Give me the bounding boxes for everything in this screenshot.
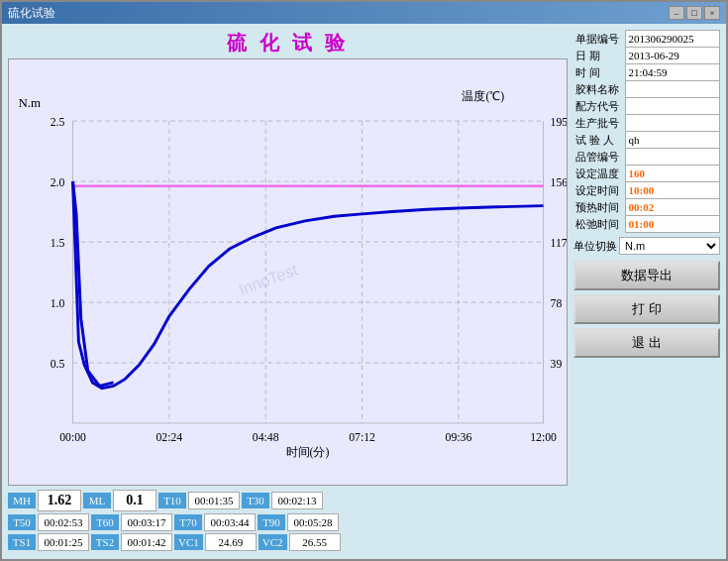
stats-row-3: TS1 00:01:25 TS2 00:01:42 VC1 24.69 VC2 … — [8, 533, 568, 551]
svg-text:1.0: 1.0 — [51, 297, 65, 310]
vc2-value: 26.55 — [289, 533, 341, 551]
svg-text:195: 195 — [551, 116, 567, 129]
t60-cell: T60 00:03:17 — [91, 513, 172, 531]
close-button[interactable]: × — [704, 6, 720, 20]
time-label: 时 间 — [573, 64, 625, 81]
t30-cell: T30 00:02:13 — [242, 490, 323, 511]
mh-cell: MH 1.62 — [8, 490, 81, 511]
t10-value: 00:01:35 — [188, 492, 240, 509]
t50-cell: T50 00:02:53 — [8, 513, 89, 531]
tube-value[interactable] — [625, 149, 720, 166]
svg-text:04:48: 04:48 — [253, 431, 279, 444]
vc1-label: VC1 — [174, 534, 203, 550]
tester-value[interactable]: qh — [625, 132, 720, 149]
unit-row: 单位切换 N.m kgf·cm lbf·in — [573, 237, 720, 255]
ts1-label: TS1 — [8, 534, 36, 550]
tube-row: 品管编号 — [573, 149, 720, 166]
mh-label: MH — [8, 493, 36, 508]
date-value: 2013-06-29 — [625, 48, 720, 64]
preheat-label: 预热时间 — [573, 199, 625, 216]
svg-text:2.0: 2.0 — [51, 176, 65, 189]
t50-label: T50 — [8, 514, 36, 530]
main-content: 硫 化 试 验 N.m 温度(℃) — [2, 24, 726, 559]
svg-text:时间(分): 时间(分) — [286, 446, 330, 459]
relax-row: 松弛时间 01:00 — [573, 216, 720, 233]
mh-value: 1.62 — [38, 490, 81, 511]
ml-cell: ML 0.1 — [83, 490, 156, 511]
time-value: 21:04:59 — [625, 64, 720, 81]
formula-row: 配方代号 — [573, 98, 720, 115]
ml-label: ML — [83, 493, 111, 508]
svg-text:温度(℃): 温度(℃) — [462, 89, 504, 103]
svg-text:12:00: 12:00 — [530, 431, 557, 444]
ts1-value: 00:01:25 — [38, 533, 89, 551]
svg-text:00:00: 00:00 — [59, 431, 86, 444]
stats-row-1: MH 1.62 ML 0.1 T10 00:01:35 T30 00:02:13 — [8, 490, 568, 511]
button-group: 数据导出 打 印 退 出 — [573, 261, 720, 358]
formula-value[interactable] — [625, 98, 720, 115]
t30-label: T30 — [242, 493, 269, 508]
vc2-label: VC2 — [259, 534, 287, 550]
svg-text:07:12: 07:12 — [349, 431, 375, 444]
relax-value[interactable]: 01:00 — [625, 216, 720, 233]
time-row: 时 间 21:04:59 — [573, 64, 720, 81]
time-set-label: 设定时间 — [573, 182, 625, 199]
vc1-cell: VC1 24.69 — [174, 533, 257, 551]
exit-button[interactable]: 退 出 — [573, 328, 720, 358]
t10-cell: T10 00:01:35 — [158, 490, 240, 511]
title-bar: 硫化试验 – □ × — [2, 2, 726, 24]
t30-value: 00:02:13 — [271, 492, 323, 509]
relax-label: 松弛时间 — [573, 216, 625, 233]
preheat-value[interactable]: 00:02 — [625, 199, 720, 216]
vc1-value: 24.69 — [205, 533, 257, 551]
chart-area: 硫 化 试 验 N.m 温度(℃) — [8, 30, 568, 553]
minimize-button[interactable]: – — [669, 6, 684, 20]
t90-cell: T90 00:05:28 — [258, 513, 339, 531]
temp-set-label: 设定温度 — [573, 166, 625, 182]
ts2-label: TS2 — [91, 534, 119, 550]
preheat-row: 预热时间 00:02 — [573, 199, 720, 216]
batch-label: 生产批号 — [573, 115, 625, 132]
tester-row: 试 验 人 qh — [573, 132, 720, 149]
t50-value: 00:02:53 — [38, 513, 89, 531]
print-button[interactable]: 打 印 — [573, 294, 720, 324]
t60-label: T60 — [91, 514, 119, 530]
t70-value: 00:03:44 — [204, 513, 256, 531]
svg-text:02:24: 02:24 — [156, 431, 183, 444]
svg-text:09:36: 09:36 — [446, 431, 472, 444]
stats-row-2: T50 00:02:53 T60 00:03:17 T70 00:03:44 T… — [8, 513, 568, 531]
svg-text:156: 156 — [551, 176, 567, 189]
svg-text:117: 117 — [551, 237, 567, 250]
material-value[interactable] — [625, 81, 720, 98]
t70-label: T70 — [174, 514, 202, 530]
export-button[interactable]: 数据导出 — [573, 261, 720, 290]
chart-title: 硫 化 试 验 — [8, 30, 568, 56]
material-row: 胶料名称 — [573, 81, 720, 98]
order-value: 201306290025 — [625, 31, 720, 48]
ml-value: 0.1 — [113, 490, 156, 511]
ts2-value: 00:01:42 — [121, 533, 172, 551]
batch-value[interactable] — [625, 115, 720, 132]
svg-text:78: 78 — [551, 297, 563, 310]
unit-label: 单位切换 — [573, 239, 617, 254]
tube-label: 品管编号 — [573, 149, 625, 166]
chart-svg: N.m 温度(℃) — [9, 59, 567, 485]
svg-text:39: 39 — [551, 358, 563, 371]
time-set-row: 设定时间 10:00 — [573, 182, 720, 199]
temp-set-row: 设定温度 160 — [573, 166, 720, 182]
ts1-cell: TS1 00:01:25 — [8, 533, 89, 551]
maximize-button[interactable]: □ — [686, 6, 702, 20]
order-row: 单据编号 201306290025 — [573, 31, 720, 48]
t90-value: 00:05:28 — [287, 513, 339, 531]
ts2-cell: TS2 00:01:42 — [91, 533, 172, 551]
unit-select[interactable]: N.m kgf·cm lbf·in — [619, 237, 720, 255]
time-set-value[interactable]: 10:00 — [625, 182, 720, 199]
t90-label: T90 — [258, 514, 285, 530]
info-table: 单据编号 201306290025 日 期 2013-06-29 时 间 21:… — [573, 30, 720, 233]
t70-cell: T70 00:03:44 — [174, 513, 256, 531]
temp-set-value[interactable]: 160 — [625, 166, 720, 182]
svg-text:2.5: 2.5 — [51, 116, 65, 129]
chart-container: N.m 温度(℃) — [8, 58, 568, 486]
order-label: 单据编号 — [573, 31, 625, 48]
window-controls: – □ × — [669, 6, 720, 20]
